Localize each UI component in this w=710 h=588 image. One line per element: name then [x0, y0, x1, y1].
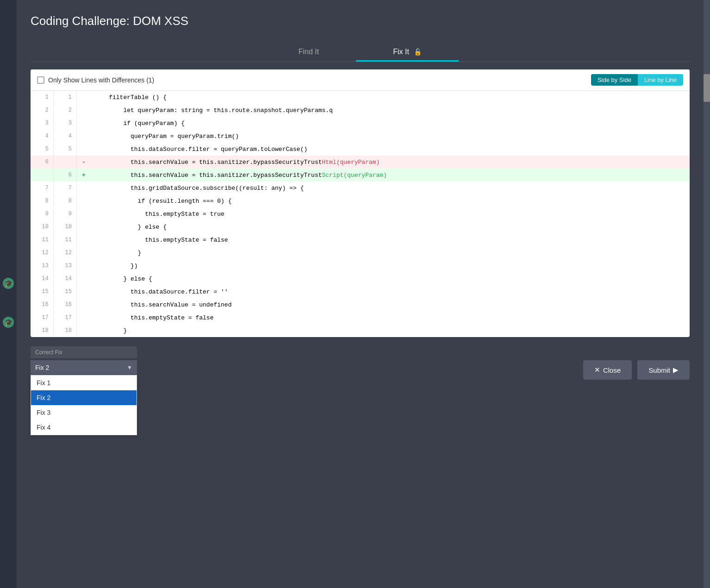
diff-checkbox[interactable] — [37, 76, 44, 84]
tab-fix-it[interactable]: Fix It 🔓 — [356, 42, 459, 62]
main-content: Coding Challenge: DOM XSS Find It Fix It… — [17, 0, 704, 588]
code-line: 4 4 queryParam = queryParam.trim() — [31, 130, 690, 143]
code-line: 3 3 if (queryParam) { — [31, 117, 690, 130]
code-line: 13 13 }) — [31, 259, 690, 272]
code-line: 18 18 } — [31, 324, 690, 337]
dropdown-selected-value[interactable]: Fix 2 ▼ — [31, 360, 137, 375]
tab-divider — [31, 62, 690, 62]
line-by-line-btn[interactable]: Line by Line — [638, 74, 683, 86]
code-line: 7 7 this.gridDataSource.subscribe((resul… — [31, 181, 690, 194]
tab-find-it[interactable]: Find It — [262, 42, 356, 62]
page-title: Coding Challenge: DOM XSS — [31, 9, 690, 28]
dropdown-menu: Fix 1 Fix 2 Fix 3 Fix 4 — [31, 375, 137, 435]
code-line: 12 12 } — [31, 246, 690, 259]
close-x-icon: ✕ — [594, 366, 600, 374]
code-line: 1 1 filterTable () { — [31, 91, 690, 104]
code-line-added: 6 + this.searchValue = this.sanitizer.by… — [31, 169, 690, 181]
side-by-side-btn[interactable]: Side by Side — [591, 74, 638, 86]
dropdown-label: Correct Fix — [31, 346, 137, 358]
code-line: 8 8 if (result.length === 0) { — [31, 194, 690, 207]
code-line: 9 9 this.emptyState = true — [31, 207, 690, 220]
dropdown-item-fix1[interactable]: Fix 1 — [31, 375, 137, 390]
scrollbar-thumb[interactable] — [704, 74, 710, 102]
scrollbar[interactable] — [704, 0, 710, 588]
code-line: 17 17 this.emptyState = false — [31, 311, 690, 324]
diff-checkbox-label[interactable]: Only Show Lines with Differences (1) — [37, 76, 154, 84]
dropdown-arrow-icon: ▼ — [127, 364, 132, 371]
submit-button[interactable]: Submit ▶ — [637, 360, 690, 380]
sidebar-icon-2: 🎓 — [3, 317, 14, 328]
code-panel: Only Show Lines with Differences (1) Sid… — [31, 69, 690, 337]
action-buttons: ✕ Close Submit ▶ — [583, 360, 690, 380]
code-line: 10 10 } else { — [31, 220, 690, 233]
code-line: 5 5 this.dataSource.filter = queryParam.… — [31, 143, 690, 156]
code-line: 2 2 let queryParam: string = this.route.… — [31, 104, 690, 117]
code-panel-header: Only Show Lines with Differences (1) Sid… — [31, 69, 690, 91]
dropdown-item-fix4[interactable]: Fix 4 — [31, 420, 137, 435]
sidebar-icon-1: 🎓 — [3, 278, 14, 289]
code-body: 1 1 filterTable () { 2 2 let queryParam:… — [31, 91, 690, 337]
dropdown-item-fix3[interactable]: Fix 3 — [31, 405, 137, 420]
bottom-area: Correct Fix Fix 2 ▼ Fix 1 Fix 2 Fix 3 Fi… — [31, 346, 690, 380]
code-line: 15 15 this.dataSource.filter = '' — [31, 285, 690, 298]
lock-icon: 🔓 — [414, 48, 422, 56]
view-toggle: Side by Side Line by Line — [591, 74, 683, 86]
close-button[interactable]: ✕ Close — [583, 360, 632, 380]
submit-arrow-icon: ▶ — [673, 366, 679, 374]
code-line: 16 16 this.searchValue = undefined — [31, 298, 690, 311]
correct-fix-dropdown[interactable]: Correct Fix Fix 2 ▼ Fix 1 Fix 2 Fix 3 Fi… — [31, 346, 137, 375]
code-line-removed: 6 - this.searchValue = this.sanitizer.by… — [31, 156, 690, 169]
dropdown-item-fix2[interactable]: Fix 2 — [31, 390, 137, 405]
tabs-container: Find It Fix It 🔓 — [31, 42, 690, 62]
code-line: 14 14 } else { — [31, 272, 690, 285]
left-sidebar: 🎓 🎓 — [0, 0, 17, 588]
code-line: 11 11 this.emptyState = false — [31, 233, 690, 246]
